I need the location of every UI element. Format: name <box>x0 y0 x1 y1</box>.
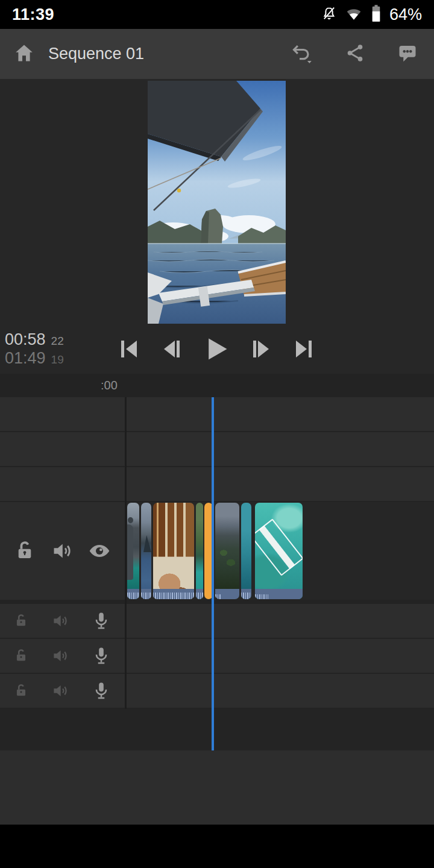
track-header-divider <box>125 397 127 709</box>
track-mic-button[interactable] <box>91 646 112 666</box>
empty-track-row[interactable] <box>0 467 434 502</box>
system-nav-bar <box>0 825 434 868</box>
clip-audio-strip <box>153 589 194 599</box>
video-track[interactable] <box>0 502 434 600</box>
clip-strip <box>127 503 303 599</box>
battery-icon <box>370 4 382 25</box>
current-frames: 22 <box>51 335 64 347</box>
track-mic-button[interactable] <box>91 611 112 631</box>
track-unlock-button[interactable] <box>13 539 36 562</box>
timeline-clip-c4[interactable] <box>196 503 203 599</box>
frame-back-button[interactable] <box>161 338 183 360</box>
timecode-display: 00:5822 01:4919 <box>5 330 64 368</box>
play-button[interactable] <box>204 336 229 362</box>
undo-button[interactable] <box>291 42 313 67</box>
sequence-title: Sequence 01 <box>48 45 144 63</box>
track-volume-button[interactable] <box>51 612 69 630</box>
timeline-clip-c5[interactable] <box>215 503 239 599</box>
clip-audio-strip <box>196 589 203 599</box>
ruler-tick: :00 <box>101 379 118 392</box>
audio-track-3[interactable] <box>0 674 434 709</box>
clip-audio-strip <box>255 589 303 599</box>
home-button[interactable] <box>13 42 35 66</box>
edit-toolbar: Transform <box>0 750 434 825</box>
monitor-area: 00:5822 01:4919 <box>0 79 434 374</box>
playhead[interactable] <box>212 397 214 750</box>
video-preview[interactable] <box>148 81 286 324</box>
skip-to-start-button[interactable] <box>118 338 140 360</box>
audio-track-2[interactable] <box>0 639 434 674</box>
notifications-off-icon <box>321 5 338 24</box>
timeline-lower-area[interactable] <box>0 709 434 750</box>
timeline-clip-c7[interactable] <box>255 503 303 599</box>
duration-time: 01:49 <box>5 349 46 367</box>
clip-audio-strip <box>241 589 251 599</box>
premiere-rush-app: 11:39 <box>0 0 434 868</box>
transport-controls <box>118 335 315 363</box>
feedback-button[interactable] <box>397 42 418 66</box>
track-volume-button[interactable] <box>51 682 69 700</box>
timeline-clip-c1[interactable] <box>127 503 139 599</box>
clip-audio-strip <box>127 589 139 599</box>
track-visibility-button[interactable] <box>87 539 112 563</box>
track-volume-button[interactable] <box>51 647 69 665</box>
track-unlock-button[interactable] <box>13 683 29 699</box>
current-time: 00:58 <box>5 330 46 348</box>
frame-forward-button[interactable] <box>250 338 272 360</box>
track-unlock-button[interactable] <box>13 648 29 664</box>
clock: 11:39 <box>12 5 54 24</box>
clip-audio-strip <box>141 589 151 599</box>
timeline-clip-c6[interactable] <box>241 503 251 599</box>
share-button[interactable] <box>345 43 365 66</box>
audio-track-header <box>0 604 125 638</box>
audio-track-header <box>0 674 125 708</box>
audio-track-header <box>0 639 125 673</box>
wifi-icon <box>345 5 363 24</box>
audio-track-1[interactable] <box>0 604 434 639</box>
timeline-clip-c3[interactable] <box>153 503 194 599</box>
track-volume-button[interactable] <box>51 539 74 562</box>
duration-frames: 19 <box>51 353 64 366</box>
empty-track-row[interactable] <box>0 432 434 467</box>
timeline[interactable] <box>0 397 434 750</box>
app-header: Sequence 01 <box>0 29 434 79</box>
track-mic-button[interactable] <box>91 681 112 701</box>
status-bar: 11:39 <box>0 0 434 29</box>
track-divider <box>0 600 434 604</box>
video-track-header <box>0 502 125 600</box>
skip-to-end-button[interactable] <box>293 338 315 360</box>
timeline-clip-c2[interactable] <box>141 503 151 599</box>
battery-percent: 64% <box>389 5 422 24</box>
timeline-ruler[interactable]: :00 <box>0 374 434 397</box>
track-unlock-button[interactable] <box>13 613 29 629</box>
empty-track-row[interactable] <box>0 397 434 432</box>
clip-audio-strip <box>215 589 239 599</box>
